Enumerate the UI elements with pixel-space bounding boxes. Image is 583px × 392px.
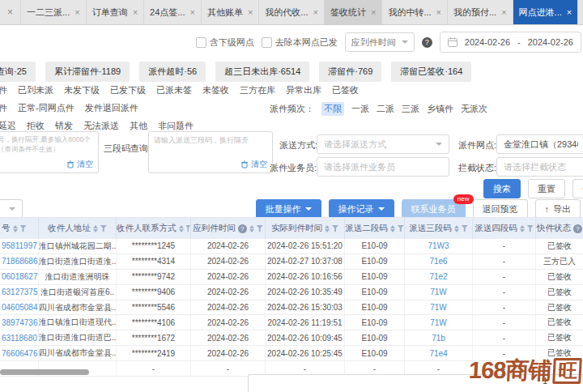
filter-icon[interactable] (257, 225, 263, 232)
filter-icon[interactable] (332, 225, 338, 232)
filter-link[interactable]: 正常-同网点件 (18, 102, 74, 114)
close-icon[interactable]: × (567, 7, 572, 17)
checkbox-icon[interactable] (196, 37, 206, 48)
filter-icon[interactable] (462, 225, 468, 232)
quick-filter-select[interactable] (0, 199, 23, 219)
table-row[interactable]: 95811997淮口镇州城花园二期..********12452024-02-2… (0, 239, 583, 254)
intercept-status-input[interactable] (496, 157, 583, 177)
date-to[interactable]: 2024-02-26 (528, 37, 573, 47)
sort-icon[interactable] (325, 225, 330, 232)
stat-chip[interactable]: 累计滞留件·1189 (45, 62, 130, 82)
close-icon[interactable]: × (371, 7, 376, 17)
filter-link[interactable]: 拒收 (27, 120, 45, 132)
frequency-option[interactable]: 二派 (377, 103, 394, 115)
table-row[interactable]: 71868686淮口街道淮口街道淮..********43142024-02-2… (0, 254, 583, 270)
search-button[interactable]: 搜索 (483, 179, 521, 198)
filter-link[interactable]: 未签收 (202, 84, 229, 96)
sancode-input[interactable] (149, 132, 272, 157)
close-icon[interactable]: × (501, 7, 506, 17)
tab-item[interactable]: 其他账单× (202, 0, 259, 24)
table-row[interactable]: 63118680淮口街道淮口街道巴..********16722024-02-2… (0, 330, 583, 346)
filter-link[interactable]: 非问题件 (158, 120, 194, 132)
tab-item[interactable]: 网点进港...× (513, 0, 579, 24)
frequency-option[interactable]: 一派 (351, 103, 369, 115)
filter-icon[interactable] (20, 225, 27, 232)
tab-item[interactable]: 一二三派...× (21, 0, 87, 24)
filter-icon[interactable] (398, 225, 404, 232)
exclude-sent-checkbox[interactable]: 去除本网点已发 (262, 36, 338, 49)
filter-link[interactable]: 未发下级 (64, 84, 100, 96)
close-icon[interactable]: × (436, 7, 441, 17)
waybill-clear-button[interactable]: 清空 (66, 159, 93, 170)
filter-icon[interactable] (527, 225, 534, 232)
filter-link[interactable]: 发件退回派件 (85, 102, 138, 114)
filter-link[interactable]: 其他 (130, 120, 147, 132)
column-header[interactable]: 派送三段码 (405, 218, 473, 239)
sort-icon[interactable] (179, 225, 184, 232)
tab-item[interactable]: 网点出港...× (578, 0, 583, 24)
table-row[interactable]: 63127375淮口街道银河首座6..********94062024-02-2… (0, 285, 583, 300)
filter-link[interactable]: 异常出库 (286, 84, 321, 96)
include-subsite-checkbox[interactable]: 含下级网点 (196, 36, 254, 49)
time-type-select[interactable]: 应到件时间 (345, 32, 415, 52)
frequency-option[interactable]: 不限 (321, 102, 344, 116)
checkbox-icon[interactable] (262, 37, 272, 48)
reset-button[interactable]: 重置 (528, 179, 565, 198)
tab-item[interactable]: 订单查询× (87, 0, 144, 24)
sort-icon[interactable] (520, 225, 525, 232)
column-header[interactable]: 实际到件时间 (266, 218, 345, 239)
table-row[interactable]: 38974736淮口镇淮口街道现代..********41062024-02-2… (0, 315, 583, 330)
courier-input[interactable] (317, 157, 449, 177)
filter-icon[interactable] (186, 225, 191, 232)
tab-item[interactable]: 我的代收...× (259, 0, 325, 24)
tab-item[interactable]: 我的预付...× (448, 0, 513, 24)
return-preview-button[interactable]: 退回预览 (473, 199, 528, 219)
close-icon[interactable]: × (248, 7, 253, 17)
column-header[interactable]: 派送四段码 (473, 218, 536, 239)
sort-icon[interactable] (454, 225, 459, 232)
filter-link[interactable]: 已到未派 (18, 84, 53, 96)
stat-chip[interactable]: 滞留已签收·164 (391, 62, 471, 82)
date-range-picker[interactable]: 2024-02-26 - 2024-02-26 (440, 32, 581, 53)
close-icon[interactable]: × (0, 0, 21, 24)
frequency-option[interactable]: 三派 (402, 103, 419, 115)
column-header[interactable]: 收件人联系方式 (117, 218, 191, 239)
filter-link[interactable]: 延迟 (0, 120, 16, 132)
stat-chip[interactable]: 查询·25 (0, 62, 36, 82)
table-row[interactable]: 04605084四川省成都市金堂县..********55462024-02-2… (0, 300, 583, 316)
stat-chip[interactable]: 派件超时·56 (139, 62, 206, 82)
export-button[interactable]: ↑ 导出 (535, 199, 581, 219)
close-icon[interactable]: × (133, 7, 138, 17)
sort-icon[interactable] (390, 225, 395, 232)
column-header[interactable]: 快件状态? (536, 218, 583, 239)
stat-chip[interactable]: 超三日未出库·6514 (215, 62, 309, 82)
waybill-input[interactable] (0, 132, 98, 157)
filter-link[interactable]: 已派未签 (156, 84, 192, 96)
column-header[interactable]: 号 (0, 218, 39, 239)
filter-link[interactable]: 已签收 (332, 84, 359, 96)
column-header[interactable]: 应到件时间? (191, 218, 266, 239)
filter-icon[interactable] (100, 225, 107, 232)
close-icon[interactable]: × (74, 7, 79, 17)
close-icon[interactable]: × (189, 7, 194, 17)
tab-item[interactable]: 签收统计× (325, 0, 382, 24)
dispatch-site-input[interactable] (496, 134, 583, 154)
filter-link[interactable]: 件 (0, 84, 7, 96)
table-row[interactable]: 06018627淮口街道淮洲明珠********97422024-02-2620… (0, 270, 583, 285)
column-header[interactable]: 派送二段码 (345, 218, 405, 239)
filter-link[interactable]: 三方在库 (240, 84, 275, 96)
operation-log-button[interactable]: 操作记录 (329, 199, 394, 219)
sort-icon[interactable] (13, 225, 18, 232)
filter-link[interactable]: 无法派送 (83, 120, 119, 132)
help-icon[interactable]: ? (422, 37, 432, 48)
contact-courier-button[interactable]: 联系业务员 new (402, 199, 466, 219)
dispatch-method-select[interactable]: 请选择派送方式 (317, 134, 449, 154)
save-filter-button[interactable]: 保存速筛 (572, 179, 583, 198)
frequency-option[interactable]: 无派次 (461, 103, 487, 115)
sort-icon[interactable] (93, 225, 98, 232)
horizontal-scrollbar-thumb[interactable] (0, 369, 89, 375)
sort-icon[interactable] (249, 225, 254, 232)
stat-chip[interactable]: 滞留件·769 (319, 62, 381, 82)
batch-operation-button[interactable]: 批量操作 (256, 199, 321, 219)
date-from[interactable]: 2024-02-26 (465, 37, 510, 47)
